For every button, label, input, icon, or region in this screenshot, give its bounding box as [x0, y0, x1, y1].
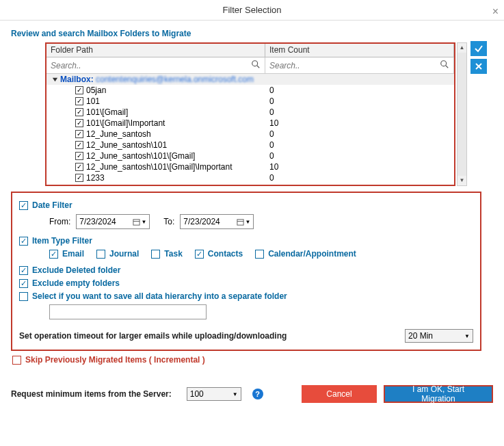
folder-count: 10	[265, 118, 454, 129]
exclude-empty-label: Exclude empty folders	[32, 278, 120, 288]
svg-rect-9	[237, 219, 243, 224]
content-area: Review and search Mailbox Folders to Mig…	[0, 21, 504, 411]
journal-label: Journal	[109, 249, 139, 259]
contacts-label: Contacts	[208, 249, 243, 259]
calendar-checkbox[interactable]	[255, 250, 264, 259]
date-filter-row: Date Filter	[19, 200, 473, 210]
svg-line-3	[446, 66, 449, 68]
bottom-row: Request minimum items from the Server: 1…	[11, 385, 493, 403]
exclude-empty-checkbox[interactable]	[19, 279, 28, 288]
folder-checkbox[interactable]	[75, 141, 83, 149]
from-date-value: 7/23/2024	[79, 217, 116, 226]
search-row	[47, 57, 454, 74]
to-label: To:	[163, 217, 174, 226]
table-row[interactable]: 12_June_santosh\1010	[47, 140, 454, 150]
table-row[interactable]: 1010	[47, 96, 454, 107]
svg-rect-7	[133, 219, 140, 224]
hierarchy-folder-input[interactable]	[49, 304, 207, 319]
search-count-input[interactable]	[268, 60, 451, 72]
svg-marker-4	[53, 77, 57, 81]
from-date-input[interactable]: 7/23/2024 ▼	[76, 214, 150, 229]
scroll-down-icon[interactable]: ▼	[457, 176, 466, 185]
table-row[interactable]: 101\[Gmail]\Important10	[47, 118, 454, 129]
table-row[interactable]: 12_June_santosh0	[47, 129, 454, 140]
calendar-icon[interactable]	[133, 218, 140, 226]
help-icon[interactable]: ?	[252, 389, 263, 399]
folder-checkbox[interactable]	[75, 97, 83, 105]
folder-checkbox[interactable]	[75, 130, 83, 138]
folder-checkbox[interactable]	[75, 86, 83, 94]
exclude-empty-row: Exclude empty folders	[19, 278, 473, 288]
request-items-select[interactable]: 100 ▼	[187, 387, 241, 401]
to-date-input[interactable]: 7/23/2024 ▼	[180, 214, 254, 229]
review-heading: Review and search Mailbox Folders to Mig…	[11, 29, 493, 38]
folder-checkbox[interactable]	[75, 119, 83, 127]
folder-checkbox[interactable]	[75, 174, 83, 182]
cancel-button[interactable]: Cancel	[302, 385, 377, 403]
search-icon[interactable]	[251, 60, 261, 69]
date-filter-checkbox[interactable]	[19, 201, 28, 210]
mailbox-row[interactable]: Mailbox: contentenquiries@kernela.onmicr…	[47, 74, 454, 85]
folder-checkbox[interactable]	[75, 152, 83, 160]
email-label: Email	[62, 249, 84, 259]
uncheck-all-button[interactable]	[470, 59, 487, 74]
search-path-input[interactable]	[49, 60, 262, 72]
vertical-scrollbar[interactable]: ▲ ▼	[457, 42, 467, 186]
search-count-cell	[265, 57, 454, 73]
from-label: From:	[49, 217, 70, 226]
folder-name: 12_June_santosh\101\[Gmail]\Important	[86, 161, 232, 172]
folder-name: 12_June_santosh\101\[Gmail]	[86, 150, 195, 161]
table-row[interactable]: 05jan0	[47, 85, 454, 96]
svg-line-1	[257, 66, 260, 68]
folder-name: 101\[Gmail]\Important	[86, 118, 165, 129]
mailbox-count	[265, 74, 454, 85]
timeout-row: Set operation timeout for larger emails …	[19, 329, 473, 343]
timeout-select[interactable]: 20 Min ▼	[405, 329, 473, 343]
skip-checkbox[interactable]	[12, 356, 21, 365]
col-item-count[interactable]: Item Count	[265, 44, 454, 57]
start-migration-button[interactable]: I am OK, Start Migration	[384, 385, 493, 403]
col-folder-path[interactable]: Folder Path	[47, 44, 265, 57]
exclude-deleted-checkbox[interactable]	[19, 266, 28, 275]
folder-count: 0	[265, 85, 454, 96]
calendar-icon[interactable]	[237, 218, 244, 226]
folder-count: 0	[265, 140, 454, 150]
timeout-value: 20 Min	[408, 331, 433, 341]
folder-tree[interactable]: Mailbox: contentenquiries@kernela.onmicr…	[47, 74, 454, 185]
caret-down-icon[interactable]	[52, 77, 58, 83]
folder-count: 0	[265, 172, 454, 183]
table-row[interactable]: 12330	[47, 172, 454, 183]
item-type-checkbox[interactable]	[19, 237, 28, 246]
search-icon[interactable]	[440, 60, 449, 69]
exclude-deleted-label: Exclude Deleted folder	[32, 265, 120, 275]
item-type-row: Item Type Filter	[19, 236, 473, 246]
journal-checkbox[interactable]	[96, 250, 105, 259]
scroll-up-icon[interactable]: ▲	[457, 43, 466, 53]
table-row[interactable]: 101\[Gmail]0	[47, 107, 454, 118]
folder-checkbox[interactable]	[75, 108, 83, 116]
folder-checkbox[interactable]	[75, 163, 83, 171]
svg-point-0	[252, 61, 258, 66]
contacts-checkbox[interactable]	[195, 250, 204, 259]
email-checkbox[interactable]	[49, 250, 58, 259]
folder-name: 101	[86, 96, 100, 107]
folder-count: 0	[265, 129, 454, 140]
task-checkbox[interactable]	[151, 250, 160, 259]
save-hierarchy-checkbox[interactable]	[19, 292, 28, 301]
mailbox-prefix: Mailbox:	[60, 74, 94, 85]
date-filter-label: Date Filter	[32, 200, 72, 210]
folder-count: 0	[265, 96, 454, 107]
folder-count: 0	[265, 107, 454, 118]
close-icon[interactable]: ×	[492, 1, 499, 22]
table-row[interactable]: 12_June_santosh\101\[Gmail]\Important10	[47, 161, 454, 172]
titlebar: Filter Selection ×	[0, 0, 504, 21]
calendar-label: Calendar/Appointment	[268, 249, 356, 259]
folder-count: 0	[265, 150, 454, 161]
mailbox-email: contentenquiries@kernela.onmicrosoft.com	[96, 74, 254, 85]
timeout-label: Set operation timeout for larger emails …	[19, 331, 287, 341]
table-row[interactable]: 12_June_santosh\101\[Gmail]0	[47, 150, 454, 161]
chevron-down-icon[interactable]: ▼	[141, 219, 146, 225]
folder-name: 12_June_santosh	[86, 129, 151, 140]
check-all-button[interactable]	[470, 41, 487, 56]
chevron-down-icon[interactable]: ▼	[245, 219, 250, 225]
